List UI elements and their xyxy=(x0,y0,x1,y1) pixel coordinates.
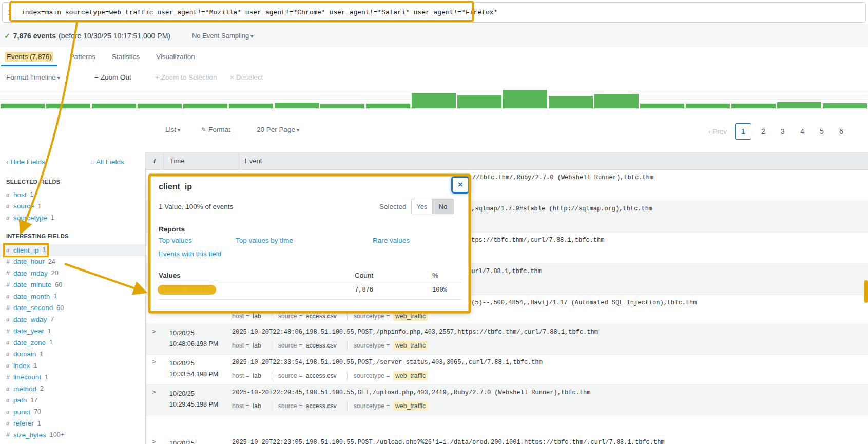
field-value[interactable]: access.csv xyxy=(306,402,337,410)
timeline-bar[interactable] xyxy=(229,104,273,108)
event-field-sourcetype[interactable]: sourcetype = web_traffic xyxy=(347,312,433,321)
event-raw-text[interactable]: 2025-10-20T22:33:54,198.51.100.55,POST,/… xyxy=(232,355,868,366)
events-with-field-link[interactable]: Events with this field xyxy=(159,250,221,258)
event-raw-text[interactable]: 2025-10-20T22:29:45,198.51.100.55,GET,/u… xyxy=(232,385,868,396)
sidebar-field-date_zone[interactable]: adate_zone1 xyxy=(0,337,145,349)
selected-no-button[interactable]: No xyxy=(433,199,454,214)
sidebar-field-date_minute[interactable]: #date_minute60 xyxy=(0,279,145,291)
page-button-6[interactable]: 6 xyxy=(834,124,849,139)
field-value[interactable]: access.csv xyxy=(306,342,337,349)
sidebar-field-date_month[interactable]: adate_month1 xyxy=(0,291,145,302)
tab-events[interactable]: Events (7,876) xyxy=(0,47,62,67)
timeline-bar[interactable] xyxy=(366,104,410,108)
event-field-host[interactable]: host = lab xyxy=(232,341,266,350)
field-value[interactable]: web_traffic xyxy=(393,341,428,350)
event-field-source[interactable]: source = access.csv xyxy=(272,312,342,321)
expand-event-chevron-icon[interactable]: > xyxy=(152,327,156,335)
timeline-bar[interactable] xyxy=(686,104,730,108)
sidebar-field-date_hour[interactable]: #date_hour24 xyxy=(0,256,145,268)
sidebar-field-date_mday[interactable]: #date_mday20 xyxy=(0,267,145,279)
redaction-marker xyxy=(158,285,216,295)
sidebar-field-method[interactable]: amethod2 xyxy=(0,383,145,395)
per-page-dropdown[interactable]: 20 Per Page▾ xyxy=(257,126,299,133)
timeline-bar[interactable] xyxy=(594,94,639,108)
timeline-bar[interactable] xyxy=(731,104,776,108)
event-raw-text[interactable]: 2025-10-20T22:48:06,198.51.100.55,POST,/… xyxy=(232,324,868,336)
tab-patterns[interactable]: Patterns xyxy=(62,47,104,67)
sidebar-field-host[interactable]: ahost1 xyxy=(0,189,145,201)
top-values-by-time-link[interactable]: Top values by time xyxy=(236,237,293,244)
timeline-bar[interactable] xyxy=(457,95,501,108)
page-button-1[interactable]: 1 xyxy=(735,123,751,140)
sidebar-field-size_bytes[interactable]: #size_bytes100+ xyxy=(0,429,145,441)
sidebar-field-referer[interactable]: areferer1 xyxy=(0,418,145,430)
timeline-bar[interactable] xyxy=(1,104,45,108)
timeline-bar[interactable] xyxy=(183,104,227,108)
sidebar-field-linecount[interactable]: #linecount1 xyxy=(0,372,145,383)
timeline-bar[interactable] xyxy=(823,103,867,108)
top-values-link[interactable]: Top values xyxy=(159,237,192,244)
event-field-host[interactable]: host = lab xyxy=(232,312,266,321)
expand-event-chevron-icon[interactable]: > xyxy=(152,358,156,365)
zoom-out-button[interactable]: − Zoom Out xyxy=(94,73,131,81)
page-button-4[interactable]: 4 xyxy=(795,124,810,139)
field-value[interactable]: lab xyxy=(253,402,261,410)
page-button-3[interactable]: 3 xyxy=(775,124,790,139)
event-field-source[interactable]: source = access.csv xyxy=(272,401,342,411)
timeline-bar[interactable] xyxy=(412,93,456,108)
event-timeline-chart[interactable] xyxy=(0,87,868,109)
hide-fields-button[interactable]: ‹ Hide Fields xyxy=(6,158,45,166)
all-fields-button[interactable]: ≡ All Fields xyxy=(90,158,124,166)
field-value[interactable]: lab xyxy=(253,372,261,379)
field-value[interactable]: web_traffic xyxy=(393,371,428,380)
page-button-2[interactable]: 2 xyxy=(756,124,771,139)
event-field-host[interactable]: host = lab xyxy=(232,401,266,411)
search-input[interactable]: 1 index=main sourcetype=web_traffic user… xyxy=(2,2,866,23)
event-field-sourcetype[interactable]: sourcetype = web_traffic xyxy=(347,371,433,380)
timeline-bar[interactable] xyxy=(503,90,547,108)
sidebar-field-index[interactable]: aindex1 xyxy=(0,360,145,372)
sidebar-field-sourcetype[interactable]: asourcetype1 xyxy=(0,212,145,224)
selected-yes-button[interactable]: Yes xyxy=(411,199,433,214)
expand-event-chevron-icon[interactable]: > xyxy=(152,438,156,444)
sidebar-field-client_ip[interactable]: aclient_ip1 xyxy=(0,244,145,256)
event-field-host[interactable]: host = lab xyxy=(232,371,266,380)
rare-values-link[interactable]: Rare values xyxy=(373,237,410,244)
timeline-bar[interactable] xyxy=(777,102,821,108)
page-button-5[interactable]: 5 xyxy=(814,124,830,139)
tab-visualization[interactable]: Visualization xyxy=(148,47,203,67)
close-icon[interactable]: × xyxy=(451,176,470,194)
event-field-source[interactable]: source = access.csv xyxy=(272,341,342,350)
field-value[interactable]: access.csv xyxy=(306,313,337,320)
field-value[interactable]: web_traffic xyxy=(393,312,428,321)
event-sampling-dropdown[interactable]: No Event Sampling▾ xyxy=(192,32,253,40)
timeline-bar[interactable] xyxy=(549,96,593,108)
timeline-bar[interactable] xyxy=(640,104,684,108)
field-value[interactable]: web_traffic xyxy=(393,401,428,411)
sidebar-field-date_wday[interactable]: adate_wday7 xyxy=(0,314,145,325)
tab-statistics[interactable]: Statistics xyxy=(104,47,148,67)
format-results-button[interactable]: ✎Format xyxy=(201,126,230,133)
sidebar-field-source[interactable]: asource1 xyxy=(0,201,145,213)
field-value[interactable]: lab xyxy=(253,342,261,349)
timeline-bar[interactable] xyxy=(275,103,319,108)
field-value[interactable]: lab xyxy=(253,313,261,320)
sidebar-field-date_second[interactable]: #date_second60 xyxy=(0,302,145,314)
event-field-source[interactable]: source = access.csv xyxy=(272,371,342,380)
search-query-text[interactable]: index=main sourcetype=web_traffic user_a… xyxy=(16,9,497,16)
timeline-bar[interactable] xyxy=(320,104,364,108)
timeline-bar[interactable] xyxy=(46,104,90,108)
event-raw-text[interactable]: 2025-10-20T22:23:05,198.51.100.55,POST,/… xyxy=(232,415,868,444)
list-view-dropdown[interactable]: List▾ xyxy=(165,126,180,133)
sidebar-field-domain[interactable]: adomain1 xyxy=(0,349,145,360)
sidebar-field-punct[interactable]: apunct70 xyxy=(0,406,145,418)
timeline-bar[interactable] xyxy=(92,104,136,108)
event-field-sourcetype[interactable]: sourcetype = web_traffic xyxy=(347,401,433,411)
event-field-sourcetype[interactable]: sourcetype = web_traffic xyxy=(347,341,433,350)
timeline-bar[interactable] xyxy=(138,104,182,108)
expand-event-chevron-icon[interactable]: > xyxy=(152,388,156,396)
format-timeline-dropdown[interactable]: Format Timeline▾ xyxy=(6,73,60,81)
field-value[interactable]: access.csv xyxy=(306,372,337,379)
sidebar-field-path[interactable]: apath17 xyxy=(0,395,145,407)
sidebar-field-date_year[interactable]: #date_year1 xyxy=(0,325,145,337)
